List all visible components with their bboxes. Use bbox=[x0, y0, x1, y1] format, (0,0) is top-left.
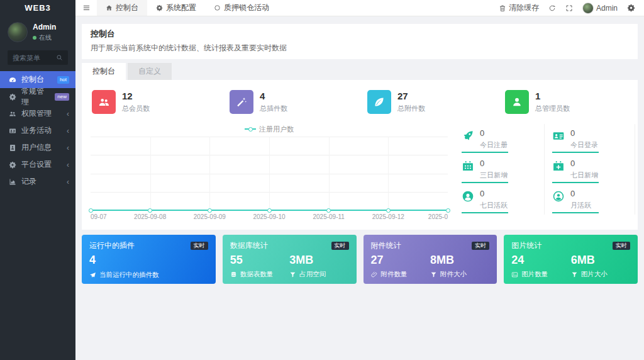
user-profile[interactable]: Admin 在线 bbox=[0, 16, 75, 45]
data-point-marker bbox=[148, 208, 152, 213]
mini-stat-label: 七日活跃 bbox=[480, 201, 508, 210]
settings-button[interactable] bbox=[627, 4, 635, 12]
realtime-badge: 实时 bbox=[191, 242, 208, 250]
top-navbar: 控制台 系统配置 质押锁仓活动 清除缓存 Admin bbox=[75, 0, 644, 16]
gear-icon bbox=[627, 4, 635, 12]
data-point-marker bbox=[386, 208, 391, 213]
main-area: 控制台 系统配置 质押锁仓活动 清除缓存 Admin 控制台 用于展示当前系 bbox=[75, 0, 644, 360]
users-icon bbox=[92, 90, 116, 114]
stat-label: 总插件数 bbox=[260, 104, 287, 113]
mini-stat-value: 0 bbox=[570, 128, 598, 138]
sidebar-item-records[interactable]: 记录 ‹ bbox=[0, 173, 75, 190]
card-image-stats: 图片统计 实时 24 图片数量 6MB 图片大小 bbox=[504, 235, 638, 284]
card-title: 附件统计 bbox=[371, 240, 401, 251]
chart-legend[interactable]: 注册用户数 bbox=[91, 124, 448, 134]
menu-search[interactable] bbox=[8, 50, 68, 65]
card-label: 附件大小 bbox=[440, 270, 467, 279]
card-running-plugins: 运行中的插件 实时 4 当前运行中的插件数 bbox=[82, 235, 216, 284]
card-label: 附件数量 bbox=[381, 270, 408, 279]
content-tabs: 控制台 自定义 bbox=[82, 63, 638, 80]
tab-custom[interactable]: 自定义 bbox=[128, 63, 172, 80]
online-dot-icon bbox=[33, 36, 36, 40]
calendar-icon bbox=[462, 160, 474, 172]
image-icon bbox=[511, 271, 518, 278]
navbar-username: Admin bbox=[596, 4, 618, 13]
stat-total-plugins: 4 总插件数 bbox=[222, 85, 360, 119]
app-logo: WEB3 bbox=[0, 0, 75, 16]
mini-stat-label: 今日注册 bbox=[480, 140, 508, 150]
refresh-button[interactable] bbox=[548, 4, 556, 12]
nav-tab-staking-activity[interactable]: 质押锁仓活动 bbox=[205, 0, 278, 16]
registrations-chart: 注册用户数 09-072025-09-082025-09-092025-09-1… bbox=[84, 124, 454, 222]
card-label: 图片数量 bbox=[521, 270, 548, 279]
sidebar-item-label: 控制台 bbox=[21, 74, 44, 85]
card-label: 图片大小 bbox=[581, 270, 608, 279]
gridline bbox=[388, 137, 389, 210]
mini-stat-label: 三日新增 bbox=[480, 171, 508, 180]
home-icon bbox=[106, 4, 113, 11]
realtime-badge: 实时 bbox=[472, 242, 489, 250]
card-title: 数据库统计 bbox=[230, 240, 268, 251]
calendar-plus-icon bbox=[552, 160, 565, 172]
sidebar-item-platform[interactable]: 平台设置 ‹ bbox=[0, 156, 75, 173]
gauge-icon bbox=[9, 76, 16, 84]
sidebar-item-permissions[interactable]: 权限管理 ‹ bbox=[0, 105, 75, 122]
card-label: 数据表数量 bbox=[240, 270, 274, 279]
stat-value: 4 bbox=[260, 91, 287, 101]
nav-tab-dashboard[interactable]: 控制台 bbox=[97, 0, 147, 16]
card-value: 4 bbox=[89, 254, 208, 267]
mini-stat-value: 0 bbox=[480, 128, 508, 138]
card-value: 55 bbox=[230, 254, 289, 267]
clear-cache-label: 清除缓存 bbox=[509, 3, 539, 13]
sidebar-item-business[interactable]: 业务活动 ‹ bbox=[0, 122, 75, 139]
stat-total-admins: 1 总管理员数 bbox=[497, 85, 635, 119]
sidebar-item-label: 常规管理 bbox=[21, 86, 50, 108]
menu-search-input[interactable] bbox=[13, 54, 56, 62]
sidebar-item-label: 用户信息 bbox=[21, 142, 52, 153]
stat-label: 总附件数 bbox=[397, 104, 425, 113]
mini-stat-value: 0 bbox=[480, 159, 508, 168]
chevron-left-icon: ‹ bbox=[67, 110, 69, 118]
user-circle-outline-icon bbox=[552, 190, 565, 203]
hamburger-icon[interactable] bbox=[75, 0, 97, 16]
funnel-icon bbox=[571, 271, 578, 278]
gridline bbox=[269, 137, 270, 210]
user-status-label: 在线 bbox=[39, 33, 52, 42]
users-icon bbox=[9, 110, 16, 118]
card-value: 8MB bbox=[430, 254, 489, 267]
sidebar-item-userinfo[interactable]: 用户信息 ‹ bbox=[0, 139, 75, 156]
gridline bbox=[329, 137, 330, 210]
fullscreen-button[interactable] bbox=[565, 4, 573, 12]
stat-label: 总管理员数 bbox=[535, 104, 570, 113]
page-header: 控制台 用于展示当前系统中的统计数据、统计报表及重要实时数据 bbox=[82, 24, 638, 59]
stat-label: 总会员数 bbox=[122, 104, 150, 113]
card-attachment-stats: 附件统计 实时 27 附件数量 8MB 附件大小 bbox=[364, 235, 497, 284]
page-subtitle: 用于展示当前系统中的统计数据、统计报表及重要实时数据 bbox=[91, 43, 629, 53]
data-point-marker bbox=[326, 208, 331, 213]
gridline bbox=[209, 137, 210, 210]
circle-icon bbox=[214, 4, 221, 11]
mini-stat-3day-new: 0 三日新增 bbox=[454, 154, 545, 184]
tab-dashboard[interactable]: 控制台 bbox=[82, 63, 126, 80]
x-tick-label: 2025-09-11 bbox=[313, 213, 344, 220]
stat-cards-row: 12 总会员数 4 总插件数 27 总附件数 1 总管理员数 bbox=[84, 85, 635, 119]
navbar-avatar bbox=[582, 3, 594, 14]
sidebar-item-general[interactable]: 常规管理 new bbox=[0, 88, 75, 105]
card-value: 24 bbox=[511, 254, 570, 267]
clear-cache-button[interactable]: 清除缓存 bbox=[499, 3, 539, 13]
chevron-left-icon: ‹ bbox=[67, 144, 69, 152]
user-avatar[interactable] bbox=[8, 22, 28, 42]
leaf-icon bbox=[367, 90, 391, 114]
page-title: 控制台 bbox=[91, 28, 629, 40]
card-title: 图片统计 bbox=[511, 240, 541, 251]
mini-stat-label: 七日新增 bbox=[570, 171, 598, 180]
funnel-icon bbox=[430, 271, 437, 278]
user-menu[interactable]: Admin bbox=[582, 3, 618, 14]
id-card-icon bbox=[552, 130, 565, 142]
cogs-icon bbox=[9, 93, 16, 101]
data-point-marker bbox=[208, 208, 212, 213]
nav-tab-system-config[interactable]: 系统配置 bbox=[147, 0, 205, 16]
x-tick-label: 2025-09-12 bbox=[372, 213, 404, 220]
gear-icon bbox=[156, 4, 163, 11]
gear-icon bbox=[9, 161, 16, 169]
